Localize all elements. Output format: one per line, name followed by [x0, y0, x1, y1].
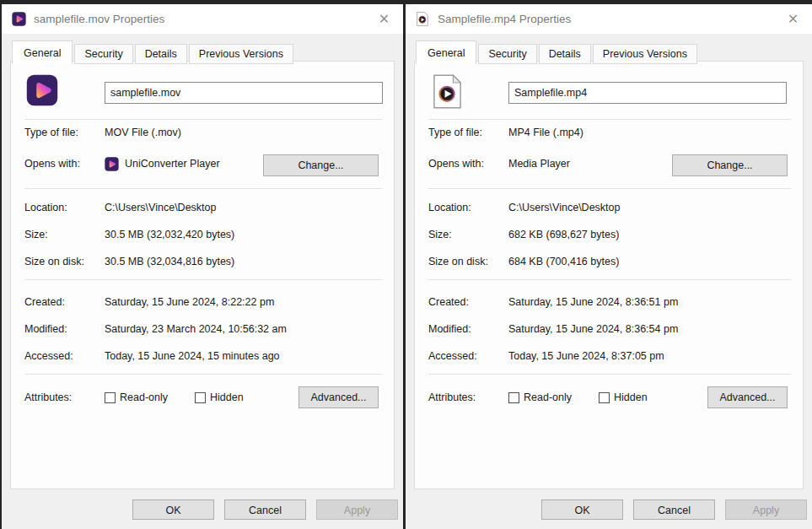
- modified-label: Modified:: [428, 323, 508, 335]
- size-on-disk-value: 30.5 MB (32,034,816 bytes): [105, 256, 380, 267]
- location-value: C:\Users\Vince\Desktop: [508, 202, 789, 213]
- dialog-footer: OK Cancel Apply: [406, 489, 812, 529]
- window-title: Samplefile.mp4 Properties: [438, 13, 571, 25]
- readonly-checkbox[interactable]: [508, 392, 519, 403]
- hidden-checkbox[interactable]: [599, 392, 610, 403]
- readonly-label: Read-only: [524, 391, 572, 403]
- type-of-file-label: Type of file:: [24, 127, 105, 138]
- ok-button[interactable]: OK: [541, 499, 623, 520]
- separator: [428, 279, 791, 280]
- size-label: Size:: [24, 229, 105, 240]
- separator: [428, 119, 791, 120]
- readonly-checkbox[interactable]: [105, 392, 116, 403]
- general-tab-panel: Type of file: MP4 File (.mp4) Opens with…: [414, 61, 804, 489]
- filename-input[interactable]: [508, 82, 787, 104]
- separator: [24, 119, 382, 120]
- advanced-button[interactable]: Advanced...: [298, 386, 379, 408]
- change-button[interactable]: Change...: [672, 154, 788, 176]
- accessed-value: Today, 15 June 2024, 15 minutes ago: [105, 350, 380, 362]
- created-label: Created:: [24, 296, 105, 308]
- titlebar: Samplefile.mp4 Properties ✕: [406, 4, 812, 34]
- close-button[interactable]: ✕: [365, 4, 403, 34]
- tab-security[interactable]: Security: [478, 44, 536, 64]
- location-value: C:\Users\Vince\Desktop: [105, 202, 380, 213]
- properties-dialog-mp4: Samplefile.mp4 Properties ✕ General Secu…: [406, 4, 812, 529]
- close-icon: ✕: [788, 13, 799, 26]
- tab-details[interactable]: Details: [135, 44, 187, 64]
- accessed-value: Today, 15 June 2024, 8:37:05 pm: [508, 350, 789, 362]
- opens-with-label: Opens with:: [24, 158, 105, 170]
- modified-value: Saturday, 23 March 2024, 10:56:32 am: [105, 323, 380, 335]
- tab-general[interactable]: General: [416, 40, 476, 64]
- readonly-label: Read-only: [120, 391, 168, 403]
- separator: [428, 374, 791, 375]
- modified-value: Saturday, 15 June 2024, 8:36:54 pm: [508, 323, 789, 335]
- cancel-button[interactable]: Cancel: [224, 499, 306, 520]
- filename-input[interactable]: [105, 82, 383, 104]
- tab-strip: General Security Details Previous Versio…: [2, 40, 403, 64]
- general-tab-panel: Type of file: MOV File (.mov) Opens with…: [10, 61, 395, 489]
- opens-with-label: Opens with:: [428, 158, 508, 170]
- separator: [24, 188, 382, 189]
- tab-general[interactable]: General: [12, 40, 73, 64]
- size-label: Size:: [428, 229, 508, 240]
- ok-button[interactable]: OK: [132, 499, 214, 520]
- accessed-label: Accessed:: [428, 350, 508, 362]
- type-of-file-value: MOV File (.mov): [105, 127, 380, 138]
- tab-details[interactable]: Details: [539, 44, 591, 64]
- created-label: Created:: [428, 296, 508, 308]
- modified-label: Modified:: [24, 323, 105, 335]
- tab-previous-versions[interactable]: Previous Versions: [189, 44, 293, 64]
- tab-previous-versions[interactable]: Previous Versions: [593, 44, 697, 64]
- window-title: samplefile.mov Properties: [34, 13, 164, 25]
- attributes-label: Attributes:: [428, 391, 508, 403]
- uniconverter-player-icon: [12, 12, 26, 26]
- close-button[interactable]: ✕: [774, 4, 812, 34]
- created-value: Saturday, 15 June 2024, 8:36:51 pm: [508, 296, 789, 308]
- change-button[interactable]: Change...: [263, 154, 379, 176]
- media-player-file-icon: [416, 12, 430, 26]
- tab-security[interactable]: Security: [74, 44, 132, 64]
- separator: [428, 188, 791, 189]
- separator: [24, 279, 382, 280]
- attributes-label: Attributes:: [24, 391, 105, 403]
- dialog-footer: OK Cancel Apply: [2, 489, 403, 529]
- uniconverter-file-icon: [26, 74, 58, 110]
- apply-button[interactable]: Apply: [316, 499, 398, 520]
- tab-strip: General Security Details Previous Versio…: [406, 40, 812, 64]
- size-on-disk-label: Size on disk:: [24, 256, 105, 267]
- accessed-label: Accessed:: [24, 350, 105, 362]
- advanced-button[interactable]: Advanced...: [707, 386, 788, 408]
- hidden-checkbox[interactable]: [195, 392, 206, 403]
- cancel-button[interactable]: Cancel: [633, 499, 715, 520]
- hidden-label: Hidden: [210, 391, 244, 403]
- size-on-disk-value: 684 KB (700,416 bytes): [508, 256, 789, 267]
- close-icon: ✕: [379, 13, 390, 26]
- media-player-file-icon: [433, 74, 461, 112]
- separator: [24, 374, 382, 375]
- uniconverter-player-icon: [105, 157, 119, 171]
- hidden-label: Hidden: [614, 391, 648, 403]
- apply-button[interactable]: Apply: [725, 499, 807, 520]
- type-of-file-value: MP4 File (.mp4): [508, 127, 789, 138]
- size-on-disk-label: Size on disk:: [428, 256, 508, 267]
- type-of-file-label: Type of file:: [428, 127, 508, 138]
- properties-dialog-mov: samplefile.mov Properties ✕ General Secu…: [2, 4, 403, 529]
- location-label: Location:: [24, 202, 105, 213]
- created-value: Saturday, 15 June 2024, 8:22:22 pm: [105, 296, 380, 308]
- titlebar: samplefile.mov Properties ✕: [2, 4, 403, 34]
- size-value: 30.5 MB (32,032,420 bytes): [105, 229, 380, 240]
- size-value: 682 KB (698,627 bytes): [508, 229, 789, 240]
- location-label: Location:: [428, 202, 508, 213]
